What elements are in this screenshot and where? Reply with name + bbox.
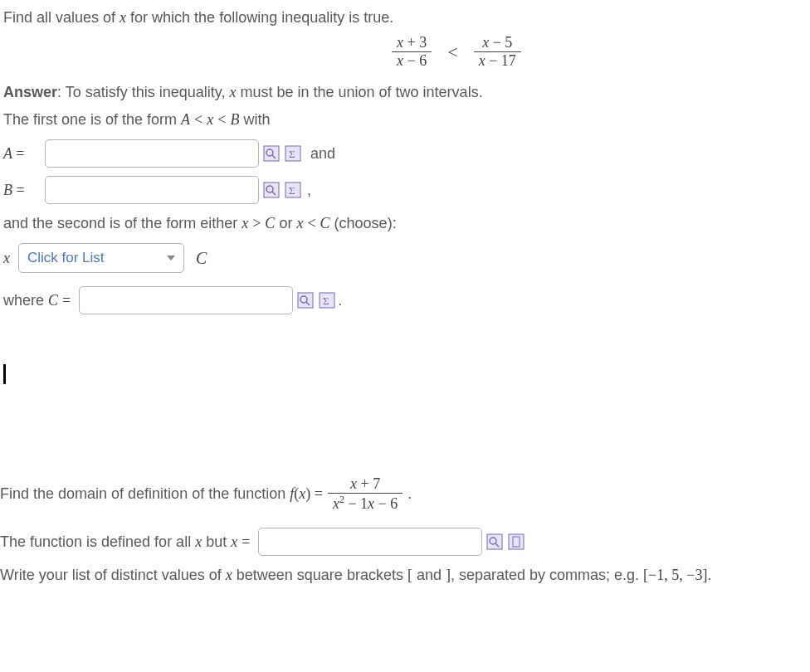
second-interval-text: and the second is of the form either x >… bbox=[3, 212, 810, 235]
answer-label: Answer bbox=[3, 84, 57, 100]
preview-icon[interactable] bbox=[262, 144, 281, 163]
x-var: x bbox=[3, 250, 10, 267]
p2-line2: The function is defined for all x but x … bbox=[0, 533, 250, 551]
equation-editor-icon[interactable]: Σ bbox=[284, 181, 302, 199]
equation-editor-icon[interactable]: Σ bbox=[284, 144, 302, 163]
A-label: A = bbox=[3, 145, 45, 163]
answer-line1: Answer: To satisfy this inequality, x mu… bbox=[3, 81, 810, 104]
preview-icon[interactable] bbox=[296, 291, 315, 309]
text-cursor bbox=[3, 364, 6, 384]
chevron-down-icon bbox=[167, 256, 175, 261]
comma: , bbox=[307, 182, 311, 199]
domain-input[interactable] bbox=[258, 528, 482, 556]
preview-icon[interactable] bbox=[262, 181, 281, 199]
relation-select[interactable]: Click for List bbox=[18, 243, 184, 273]
and-text: and bbox=[310, 145, 335, 163]
select-placeholder: Click for List bbox=[27, 250, 105, 266]
C-input[interactable] bbox=[79, 286, 293, 314]
A-input[interactable] bbox=[45, 139, 259, 168]
help-icon[interactable] bbox=[507, 533, 525, 551]
B-label: B = bbox=[3, 182, 45, 199]
svg-text:Σ: Σ bbox=[289, 184, 295, 197]
whereC-label: where C = bbox=[3, 292, 71, 309]
preview-icon[interactable] bbox=[486, 533, 504, 551]
B-input[interactable] bbox=[45, 176, 259, 204]
problem2-prompt: Find the domain of definition of the fun… bbox=[0, 475, 810, 513]
C-var: C bbox=[196, 249, 207, 268]
equation-editor-icon[interactable]: Σ bbox=[318, 291, 336, 309]
p2-instruction: Write your list of distinct values of x … bbox=[0, 564, 810, 587]
p2-period: . bbox=[407, 485, 412, 503]
problem1-prompt: Find all values of x for which the follo… bbox=[3, 7, 810, 29]
svg-text:Σ: Σ bbox=[289, 148, 295, 160]
svg-text:Σ: Σ bbox=[323, 295, 329, 307]
inequality-display: x + 3 x − 6 < x − 5 x − 17 bbox=[103, 34, 810, 70]
answer-line2: The first one is of the form A < x < B w… bbox=[3, 109, 810, 131]
period: . bbox=[338, 292, 342, 309]
p1-text: Find all values of x for which the follo… bbox=[3, 9, 393, 26]
